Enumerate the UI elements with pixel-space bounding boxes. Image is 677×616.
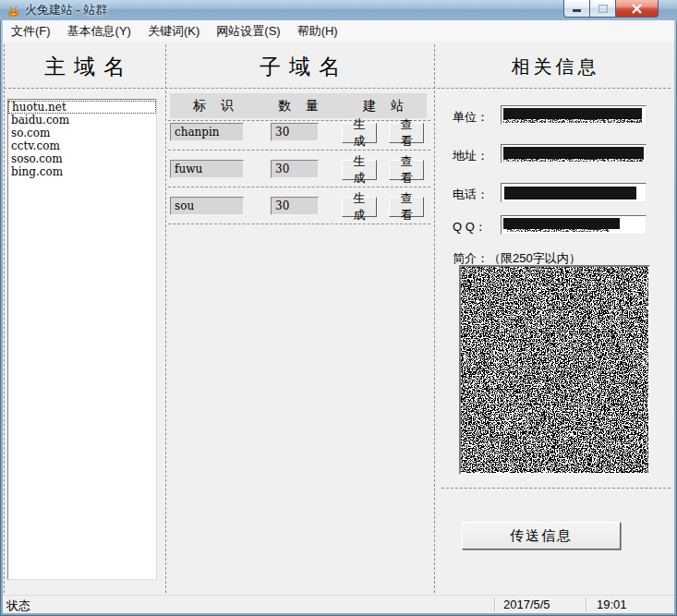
divider — [4, 44, 5, 593]
column-header-id: 标 识 — [170, 98, 257, 115]
status-time: 19:01 — [597, 598, 627, 611]
maximize-button[interactable] — [590, 0, 615, 18]
view-button[interactable]: 查看 — [389, 123, 424, 143]
qq-label: Q Q： — [453, 219, 487, 236]
unit-label: 单位： — [453, 109, 489, 126]
divider — [434, 44, 435, 593]
phone-label: 电话： — [453, 187, 489, 203]
list-item[interactable]: bing.com — [8, 165, 156, 178]
view-button[interactable]: 查看 — [389, 160, 424, 180]
subdomain-count-input[interactable] — [271, 123, 319, 141]
subdomain-column-headers: 标 识 数 量 建 站 — [170, 93, 427, 118]
redacted-text — [507, 228, 609, 232]
main-domain-title: 主域名 — [4, 51, 165, 82]
list-item[interactable]: baidu.com — [8, 114, 156, 127]
generate-button[interactable]: 生成 — [342, 197, 377, 217]
column-header-build: 建 站 — [340, 98, 427, 115]
menu-file[interactable]: 文件(F) — [3, 20, 59, 42]
address-label: 地址： — [453, 148, 489, 164]
divider — [168, 120, 430, 121]
subdomain-id-input[interactable] — [170, 160, 244, 178]
address-field[interactable] — [501, 144, 647, 163]
list-item[interactable]: soso.com — [8, 152, 156, 165]
info-title: 相关信息 — [434, 51, 673, 82]
divider — [586, 598, 587, 611]
main-domain-listbox[interactable]: huotu.net baidu.com so.com cctv.com soso… — [7, 99, 157, 580]
app-window: 火兔建站 - 站群 文件(F) 基本信息(Y) 关键词(K) 网站设置 — [0, 0, 677, 616]
divider — [168, 150, 430, 151]
intro-textarea[interactable] — [459, 265, 650, 475]
menu-keywords[interactable]: 关键词(K) — [139, 20, 208, 42]
maximize-icon — [598, 5, 608, 13]
list-item[interactable]: so.com — [8, 127, 156, 139]
divider — [494, 598, 496, 611]
title-bar[interactable]: 火兔建站 - 站群 — [0, 0, 677, 20]
list-item[interactable]: huotu.net — [8, 101, 156, 114]
divider — [441, 488, 671, 489]
list-item[interactable]: cctv.com — [8, 139, 156, 152]
window-title: 火兔建站 - 站群 — [25, 2, 108, 18]
sub-domain-title: 子域名 — [165, 51, 434, 82]
menu-help[interactable]: 帮助(H) — [289, 20, 346, 42]
status-text: 状态 — [6, 598, 30, 614]
redacted-noise — [461, 267, 648, 473]
redacted-text — [503, 118, 642, 123]
subdomain-id-input[interactable] — [170, 123, 244, 141]
divider — [165, 44, 166, 593]
redacted-text — [503, 158, 644, 162]
view-button[interactable]: 查看 — [389, 197, 424, 217]
qq-field[interactable] — [501, 215, 647, 235]
client-area: 主域名 子域名 相关信息 huotu.net baidu.com so.com … — [3, 42, 674, 596]
subdomain-count-input[interactable] — [271, 160, 319, 178]
caption-buttons — [563, 0, 659, 18]
menu-bar: 文件(F) 基本信息(Y) 关键词(K) 网站设置(S) 帮助(H) — [3, 20, 674, 42]
generate-button[interactable]: 生成 — [342, 123, 377, 143]
minimize-icon — [573, 5, 582, 13]
minimize-button[interactable] — [563, 0, 590, 18]
close-icon — [632, 4, 642, 14]
send-info-button[interactable]: 传送信息 — [462, 522, 621, 550]
phone-field[interactable] — [501, 183, 647, 202]
divider — [168, 223, 430, 224]
unit-field[interactable] — [501, 105, 647, 125]
divider — [4, 88, 671, 89]
app-icon — [6, 4, 20, 18]
subdomain-id-input[interactable] — [170, 197, 244, 215]
divider — [168, 187, 430, 187]
close-button[interactable] — [615, 0, 659, 18]
menu-site-settings[interactable]: 网站设置(S) — [208, 20, 288, 42]
status-date: 2017/5/5 — [503, 598, 550, 611]
column-header-count: 数 量 — [257, 98, 340, 115]
subdomain-count-input[interactable] — [271, 197, 319, 215]
status-bar: 状态 2017/5/5 19:01 — [3, 595, 674, 613]
menu-basic-info[interactable]: 基本信息(Y) — [59, 20, 139, 42]
generate-button[interactable]: 生成 — [342, 160, 377, 180]
